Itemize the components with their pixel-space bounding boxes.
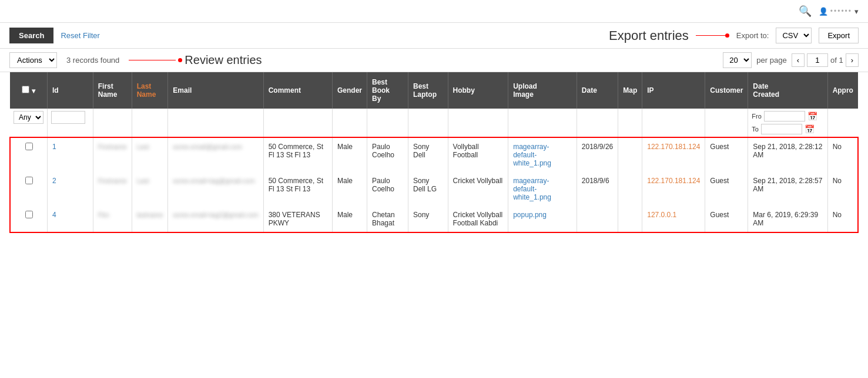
- filter-hobby-cell: [448, 109, 508, 137]
- col-header-id: Id: [48, 72, 93, 109]
- row2-id-link[interactable]: 2: [52, 177, 56, 185]
- to-calendar-icon[interactable]: 📅: [805, 124, 815, 134]
- filter-customer-cell: [705, 109, 748, 137]
- select-all-checkbox[interactable]: [22, 86, 29, 93]
- row1-checkbox-cell: [10, 137, 48, 172]
- row3-checkbox-cell: [10, 206, 48, 232]
- search-icon[interactable]: 🔍: [799, 5, 812, 18]
- row3-customer: Guest: [705, 206, 748, 232]
- table-row: 1 Firstname Last some.email@gmail.com 50…: [10, 137, 858, 172]
- date-to-input[interactable]: [761, 124, 802, 134]
- table-header-row: ▾ Id FirstName LastName Email Comment Ge…: [10, 72, 858, 109]
- row2-date-created: Sep 21, 2018, 2:28:57 AM: [748, 172, 827, 206]
- user-icon: 👤: [819, 7, 828, 16]
- col-header-map: Map: [618, 72, 642, 109]
- row3-image-link[interactable]: popup.png: [513, 211, 547, 219]
- col-header-last-name[interactable]: LastName: [132, 72, 168, 109]
- row1-id-link[interactable]: 1: [52, 143, 56, 151]
- row3-best-laptop: Sony: [408, 206, 448, 232]
- row1-customer: Guest: [705, 137, 748, 172]
- row1-gender: Male: [333, 137, 367, 172]
- row2-upload-image: magearray-default-white_1.png: [508, 172, 577, 206]
- sub-toolbar-right: 20 per page ‹ of 1 ›: [723, 52, 859, 68]
- filter-first-name-cell: [93, 109, 132, 137]
- pagination: ‹ of 1 ›: [792, 53, 859, 67]
- row2-image-link[interactable]: magearray-default-white_1.png: [513, 177, 551, 201]
- table-row: 2 Firstname Last some.email+tag@gmail.co…: [10, 172, 858, 206]
- filter-upload-cell: [508, 109, 577, 137]
- col-header-ip: IP: [642, 72, 705, 109]
- row3-id: 4: [48, 206, 93, 232]
- row1-date-created: Sep 21, 2018, 2:28:12 AM: [748, 137, 827, 172]
- row2-customer: Guest: [705, 172, 748, 206]
- user-menu[interactable]: 👤 •••••• ▾: [819, 7, 859, 16]
- review-annotation: Review entries: [129, 53, 262, 67]
- row2-map: [618, 172, 642, 206]
- row2-email: some.email+tag@gmail.com: [168, 172, 263, 206]
- row2-comment: 50 Commerce, St Fl 13 St Fl 13: [263, 172, 332, 206]
- row2-first-name: Firstname: [93, 172, 132, 206]
- row2-id: 2: [48, 172, 93, 206]
- row2-checkbox[interactable]: [25, 177, 33, 184]
- row3-id-link[interactable]: 4: [52, 211, 56, 219]
- col-header-comment: Comment: [263, 72, 332, 109]
- data-table: ▾ Id FirstName LastName Email Comment Ge…: [9, 72, 859, 233]
- per-page-select[interactable]: 20: [723, 52, 752, 68]
- export-to-label: Export to:: [736, 31, 769, 40]
- row1-first-name: Firstname: [93, 137, 132, 172]
- row2-checkbox-cell: [10, 172, 48, 206]
- col-header-email: Email: [168, 72, 263, 109]
- export-arrow: [696, 33, 729, 38]
- date-from-input[interactable]: [764, 111, 805, 122]
- to-label: To: [752, 126, 759, 133]
- row1-image-link[interactable]: magearray-default-white_1.png: [513, 143, 551, 167]
- col-header-upload-image: UploadImage: [508, 72, 577, 109]
- row2-last-name: Last: [132, 172, 168, 206]
- select-all-header: ▾: [10, 72, 48, 109]
- export-format-select[interactable]: CSV: [776, 28, 812, 43]
- col-header-customer: Customer: [705, 72, 748, 109]
- row3-email: some.email+tag2@gmail.com: [168, 206, 263, 232]
- reset-filter-button[interactable]: Reset Filter: [61, 31, 99, 40]
- row1-last-name: Last: [132, 137, 168, 172]
- toolbar-left: Search Reset Filter: [9, 28, 100, 43]
- export-button[interactable]: Export: [819, 28, 859, 43]
- any-select[interactable]: Any: [14, 111, 43, 124]
- row3-map: [618, 206, 642, 232]
- row3-upload-image: popup.png: [508, 206, 577, 232]
- prev-page-button[interactable]: ‹: [792, 53, 805, 67]
- row1-best-book-by: Paulo Coelho: [367, 137, 408, 172]
- total-pages-label: of 1: [830, 56, 843, 65]
- row2-approved: No: [827, 172, 858, 206]
- filter-ip-cell: [642, 109, 705, 137]
- col-header-approved: Appro: [827, 72, 858, 109]
- search-button[interactable]: Search: [9, 28, 53, 43]
- from-calendar-icon[interactable]: 📅: [807, 112, 817, 121]
- row3-date: [577, 206, 618, 232]
- filter-date-created-cell: Fro 📅 To 📅: [748, 109, 827, 137]
- table-row: 4 Fbn lastname some.email+tag2@gmail.com…: [10, 206, 858, 232]
- row1-map: [618, 137, 642, 172]
- header-dropdown-icon[interactable]: ▾: [32, 87, 35, 95]
- per-page-label: per page: [756, 56, 786, 65]
- row2-hobby: Cricket Vollyball: [448, 172, 508, 206]
- row3-checkbox[interactable]: [25, 211, 33, 218]
- export-entries-label: Export entries: [609, 28, 689, 43]
- filter-id-input[interactable]: [51, 111, 85, 124]
- main-toolbar: Search Reset Filter Export entries Expor…: [0, 23, 868, 49]
- row1-hobby: Vollyball Football: [448, 137, 508, 172]
- current-page-input[interactable]: [807, 53, 828, 67]
- filter-checkbox-cell: Any: [10, 109, 48, 137]
- filter-gender-cell: [333, 109, 367, 137]
- actions-select[interactable]: Actions: [9, 52, 57, 68]
- row3-comment: 380 VETERANS PKWY: [263, 206, 332, 232]
- row2-best-laptop: Sony Dell LG: [408, 172, 448, 206]
- review-entries-label: Review entries: [185, 53, 262, 67]
- col-header-best-laptop: BestLaptop: [408, 72, 448, 109]
- sub-toolbar-left: Actions 3 records found Review entries: [9, 52, 262, 68]
- next-page-button[interactable]: ›: [846, 53, 859, 67]
- row3-approved: No: [827, 206, 858, 232]
- user-name: ••••••: [830, 7, 852, 15]
- sub-toolbar: Actions 3 records found Review entries 2…: [0, 49, 868, 72]
- row1-checkbox[interactable]: [25, 143, 33, 150]
